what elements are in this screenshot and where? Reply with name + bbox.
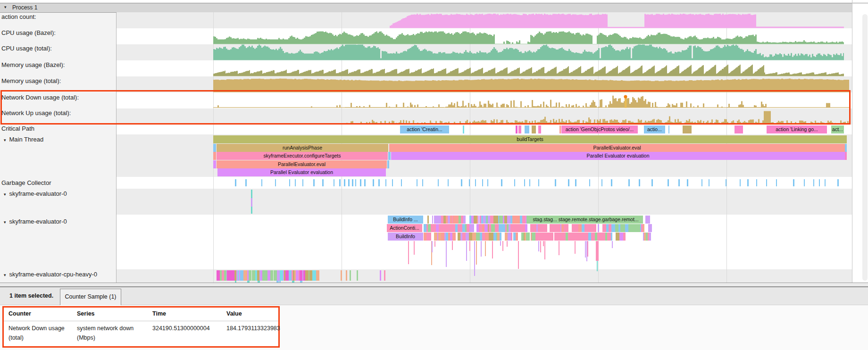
- gc-slice[interactable]: [756, 179, 758, 186]
- skyframe1-slice[interactable]: [251, 198, 253, 207]
- gc-slice[interactable]: [355, 179, 357, 186]
- gc-slice[interactable]: [589, 179, 591, 186]
- critical-path-slice[interactable]: [516, 125, 517, 133]
- gc-slice[interactable]: [422, 179, 424, 186]
- vertical-scrollbar[interactable]: [862, 14, 868, 281]
- critical-path-slice[interactable]: [538, 125, 541, 133]
- cpu-heavy-slice[interactable]: [262, 270, 266, 281]
- skyframe-slice[interactable]: [441, 233, 445, 241]
- main-thread-slice[interactable]: Parallel Evaluator evaluation: [391, 152, 845, 160]
- sidebar-item-12[interactable]: ▾skyframe-evaluator-cpu-heavy-0: [4, 271, 97, 278]
- skyframe-slice[interactable]: stag.stag... stage.remote.stage.garbage.…: [528, 216, 643, 224]
- skyframe-drip[interactable]: [575, 241, 576, 254]
- skyframe-slice[interactable]: [622, 224, 625, 232]
- skyframe-slice[interactable]: [562, 233, 566, 241]
- gc-slice[interactable]: [804, 179, 805, 186]
- gc-slice[interactable]: [482, 179, 484, 186]
- skyframe-slice[interactable]: ActionConti...: [387, 224, 422, 232]
- main-thread-slice[interactable]: [845, 152, 847, 160]
- skyframe-slice[interactable]: [623, 233, 626, 241]
- gc-slice[interactable]: [501, 179, 502, 186]
- cpu-heavy-slice[interactable]: [227, 270, 234, 281]
- skyframe-slice[interactable]: [525, 224, 527, 232]
- skyframe-slice[interactable]: [428, 233, 431, 241]
- skyframe-slice[interactable]: [619, 233, 623, 241]
- gc-slice[interactable]: [401, 179, 402, 186]
- skyframe-slice[interactable]: [476, 233, 479, 241]
- panel-divider[interactable]: [0, 283, 868, 287]
- skyframe-slice[interactable]: [522, 224, 526, 232]
- skyframe-slice[interactable]: [517, 224, 521, 232]
- skyframe-slice[interactable]: [643, 224, 644, 232]
- skyframe-drip[interactable]: [587, 241, 588, 257]
- gc-slice[interactable]: [352, 179, 353, 186]
- skyframe-slice[interactable]: [544, 224, 547, 232]
- skyframe-slice[interactable]: [537, 233, 540, 241]
- gc-slice[interactable]: [726, 179, 727, 186]
- gc-slice[interactable]: [601, 179, 603, 186]
- expander-icon[interactable]: ▾: [4, 220, 6, 225]
- gc-slice[interactable]: [611, 179, 612, 186]
- skyframe-slice[interactable]: [438, 216, 441, 224]
- gc-slice[interactable]: [701, 179, 703, 186]
- main-thread-slice[interactable]: [213, 144, 216, 152]
- skyframe-slice[interactable]: [649, 216, 650, 224]
- skyframe-slice[interactable]: [550, 233, 553, 241]
- skyframe-slice[interactable]: [433, 224, 436, 232]
- skyframe-drip[interactable]: [432, 241, 433, 252]
- skyframe-slice[interactable]: [474, 216, 477, 224]
- cpu-heavy-slice[interactable]: [305, 270, 309, 281]
- gc-slice[interactable]: [438, 179, 439, 186]
- skyframe-slice[interactable]: [499, 216, 503, 224]
- main-thread-slice[interactable]: [845, 144, 847, 152]
- gc-slice[interactable]: [261, 179, 263, 186]
- critical-path-slice[interactable]: [463, 125, 464, 133]
- skyframe-slice[interactable]: [611, 224, 615, 232]
- skyframe-slice[interactable]: [466, 233, 469, 241]
- gc-slice[interactable]: [245, 179, 247, 186]
- skyframe-drip[interactable]: [543, 241, 544, 246]
- gc-slice[interactable]: [373, 179, 374, 186]
- skyframe-slice[interactable]: [526, 216, 530, 224]
- skyframe-slice[interactable]: [567, 224, 569, 232]
- gc-slice[interactable]: [334, 179, 335, 186]
- skyframe-slice[interactable]: [648, 224, 652, 232]
- gc-slice[interactable]: [555, 179, 556, 186]
- cpu-heavy-slice[interactable]: [285, 270, 289, 281]
- critical-path-slice[interactable]: action 'GenObjcProtos video/...: [561, 125, 638, 133]
- expander-icon[interactable]: ▾: [4, 192, 6, 197]
- skyframe-slice[interactable]: BuildInfo: [388, 233, 423, 241]
- main-thread-slice[interactable]: skyframeExecutor.configureTargets: [217, 152, 388, 160]
- cpu-heavy-slice[interactable]: [357, 270, 358, 281]
- sidebar-item-11[interactable]: ▾skyframe-evaluator-0: [4, 218, 67, 225]
- skyframe-drip[interactable]: [446, 241, 447, 267]
- critical-path-slice[interactable]: [683, 125, 692, 133]
- gc-slice[interactable]: [668, 179, 669, 186]
- gc-slice[interactable]: [469, 179, 470, 186]
- gc-slice[interactable]: [322, 179, 324, 186]
- skyframe-slice[interactable]: [463, 216, 466, 224]
- main-thread-slice[interactable]: buildTargets: [213, 135, 847, 143]
- skyframe-slice[interactable]: [453, 216, 456, 224]
- sidebar-item-10[interactable]: ▾skyframe-evaluator-0: [4, 190, 67, 197]
- skyframe-slice[interactable]: [517, 216, 520, 224]
- skyframe-drip[interactable]: [408, 241, 409, 264]
- skyframe-slice[interactable]: [452, 233, 456, 241]
- expander-icon[interactable]: ▾: [4, 273, 6, 277]
- cpu-heavy-slice[interactable]: [346, 270, 347, 281]
- skyframe-slice[interactable]: [598, 224, 600, 232]
- critical-path-slice[interactable]: actio...: [644, 125, 665, 133]
- skyframe-drip[interactable]: [597, 261, 598, 271]
- skyframe-drip[interactable]: [466, 241, 467, 261]
- skyframe-slice[interactable]: [593, 224, 597, 232]
- gc-slice[interactable]: [678, 179, 680, 186]
- skyframe-slice[interactable]: [484, 224, 488, 232]
- skyframe-slice[interactable]: [557, 233, 560, 241]
- sidebar-item-9[interactable]: Garbage Collector: [1, 179, 51, 186]
- skyframe-drip[interactable]: [538, 241, 539, 251]
- skyframe-slice[interactable]: [611, 233, 612, 241]
- main-thread-slice[interactable]: [387, 160, 389, 168]
- gc-slice[interactable]: [385, 179, 387, 186]
- skyframe-drip[interactable]: [518, 241, 519, 269]
- skyframe-slice[interactable]: [432, 216, 433, 224]
